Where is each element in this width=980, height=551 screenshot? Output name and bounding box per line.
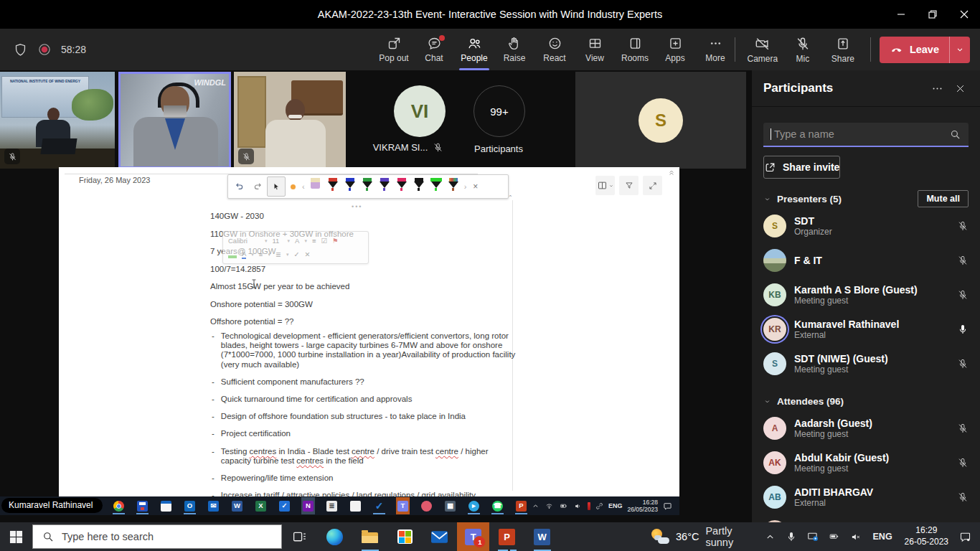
attendees-section-label[interactable]: Attendees (96) [777,396,969,407]
document-line: Onshore potential = 300GW [210,296,519,314]
tray-battery-icon[interactable] [826,522,844,551]
document-bullet: -Testing centres in India - Blade test c… [212,447,516,466]
participant-name: SDT (NIWE) (Guest) [794,353,949,364]
participant-mic-icon[interactable] [957,491,969,503]
section-chevron-icon[interactable] [763,397,771,405]
rooms-button[interactable]: Rooms [615,29,655,70]
avatar-vikram[interactable]: VI [394,85,446,137]
view-button[interactable]: View [575,29,615,70]
close-button[interactable] [948,0,980,29]
page-date: Friday, 26 May 2023 [79,176,150,184]
participant-role: Organizer [794,227,949,237]
shared-clock: 16:28 26/05/2023 [627,499,658,513]
chat-button[interactable]: Chat [414,29,454,70]
video-tile-2-active-speaker[interactable]: WINDGL [118,72,231,169]
microsoft-store-icon[interactable] [387,522,423,551]
maximize-button[interactable] [917,0,948,29]
mute-all-button[interactable]: Mute all [918,190,969,207]
shared-taskbar-tray: ENG 16:28 26/05/2023 [532,496,672,515]
checkbox-icon: ☑ [321,237,327,245]
participant-mic-icon[interactable] [957,255,969,266]
defender-icon [420,497,433,514]
shared-screen-document[interactable]: Friday, 26 May 2023 14:25 ‹ › × •• [59,167,679,496]
document-bullet: -Sufficient component manufacturers ?? [212,377,516,387]
mic-muted-badge [238,149,254,164]
participant-mic-icon[interactable] [957,457,969,468]
video-tile-s[interactable]: S [575,72,746,169]
notepad-icon [349,497,362,514]
weather-condition: Partly sunny [705,525,760,548]
meeting-stage: NATIONAL INSTITUTE OF WIND ENERGY WINDGL… [0,70,752,522]
tray-chevron-up-icon[interactable] [761,522,779,551]
shared-desktop-taskbar: Kumaravel Rathinavel O✉WX✓N≣✓T▦▸☎P ENG 1… [0,496,679,515]
powerpoint-icon[interactable]: P [489,522,524,551]
mic-button[interactable]: Mic [784,29,821,70]
participant-row[interactable]: AK Abdul Kabir (Guest) Meeting guest [752,446,980,480]
participant-name: Abdul Kabir (Guest) [794,452,949,463]
popout-button[interactable]: Pop out [374,29,414,70]
raise-hand-button[interactable]: Raise [494,29,534,70]
share-button[interactable]: Share [824,29,862,70]
indent-icon: ≡ [312,237,316,245]
participant-row[interactable]: KR Kumaravel Rathinavel External [752,312,980,347]
highlighter-green [430,178,443,195]
participant-name: ADITI BHARGAV [794,486,949,498]
participants-search-input[interactable]: Type a name [763,123,969,147]
taskbar-clock[interactable]: 16:29 26-05-2023 [900,525,953,547]
participant-row[interactable]: S SDT Organizer [752,209,980,243]
avatar: KR [763,318,786,341]
calendar-icon [159,497,173,514]
video-tile-1[interactable]: NATIONAL INSTITUTE OF WIND ENERGY [0,72,115,169]
notification-icon [663,501,672,511]
apps-button[interactable]: Apps [655,29,695,70]
participant-mic-icon[interactable] [957,423,969,434]
tray-volume-muted-icon[interactable] [847,522,865,551]
weather-widget[interactable]: 36°C Partly sunny [651,525,761,548]
people-button[interactable]: People [454,29,494,70]
page-columns-icon [595,176,615,195]
flag-icon: ⚑ [332,237,339,245]
participant-row[interactable]: KB Karanth A S Blore (Guest) Meeting gue… [752,278,980,312]
word-icon[interactable]: W [524,522,560,551]
camera-button[interactable]: Camera [744,29,781,70]
taskbar-search-placeholder: Type here to search [62,531,154,542]
participant-row[interactable]: S SDT (NIWE) (Guest) Meeting guest [752,347,980,381]
share-invite-button[interactable]: Share invite [763,156,840,179]
font-color-icon: A [242,250,246,259]
leave-button[interactable]: Leave [880,37,970,63]
edge-icon[interactable] [317,522,352,551]
reader-icon: ≣ [325,497,339,514]
file-explorer-icon[interactable] [352,522,387,551]
start-button[interactable] [0,522,32,551]
avatar: A [763,417,786,440]
panel-close-button[interactable] [948,77,971,100]
task-view-button[interactable] [282,522,317,551]
participant-row[interactable]: A Aadarsh (Guest) Meeting guest [752,411,980,446]
participant-row[interactable]: F & IT [752,243,980,278]
section-chevron-icon[interactable] [763,195,771,203]
paint-icon [136,497,149,514]
video-tile-3[interactable] [234,72,346,169]
participant-mic-icon[interactable] [957,289,969,301]
text-caret [771,128,771,140]
action-center-icon[interactable] [956,522,974,551]
participants-count-bubble[interactable]: 99+ [473,85,525,137]
language-indicator[interactable]: ENG [869,532,897,542]
react-button[interactable]: React [534,29,575,70]
participant-mic-icon[interactable] [957,324,969,335]
participant-mic-icon[interactable] [957,220,969,232]
tray-mic-icon[interactable] [783,522,801,551]
participant-role: Meeting guest [794,364,949,375]
leave-options-chevron[interactable] [949,37,970,63]
tray-cast-icon[interactable] [804,522,822,551]
window-title: AKAM-2022-23-13th Event- Interactive Ses… [0,0,980,29]
presenters-section-label[interactable]: Presenters (5) [777,194,912,204]
participant-mic-icon[interactable] [957,358,969,369]
teams-taskbar-icon[interactable]: T 1 [457,522,489,551]
mail-icon[interactable] [423,522,458,551]
panel-more-button[interactable] [925,77,948,100]
minimize-button[interactable] [885,0,917,29]
taskbar-search-input[interactable]: Type here to search [32,524,282,549]
participant-row[interactable]: AB ADITI BHARGAV External [752,480,980,514]
todo-check-icon: ✓ [372,497,386,514]
